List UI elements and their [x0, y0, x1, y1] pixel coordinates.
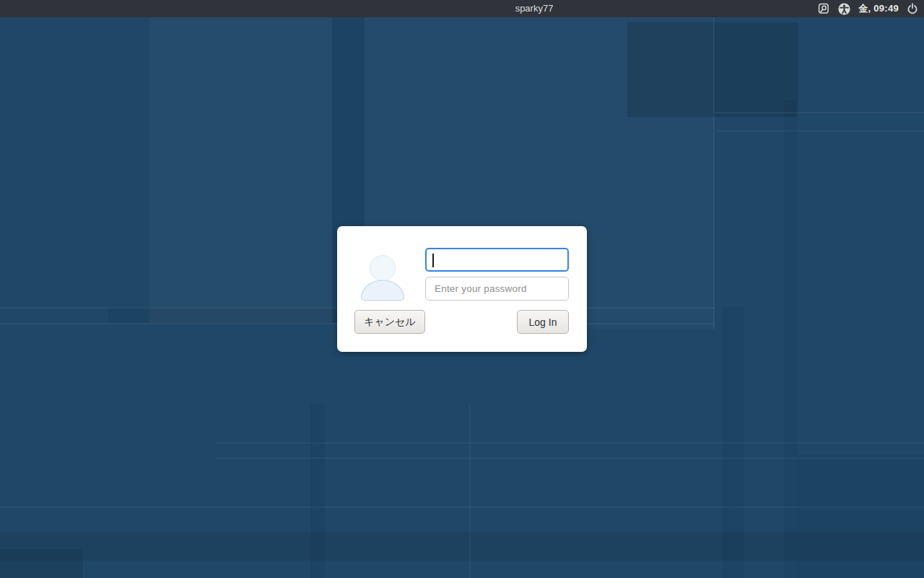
password-placeholder: Enter your password: [426, 283, 527, 294]
wallpaper-shape: [469, 405, 471, 578]
wallpaper-shape: [0, 549, 83, 578]
login-dialog: Enter your password キャンセル Log In: [337, 226, 587, 352]
wallpaper-shape: [627, 22, 798, 118]
cancel-button-label: キャンセル: [364, 316, 416, 329]
power-icon[interactable]: [907, 0, 918, 17]
top-bar: sparky77 金, 09:49: [0, 0, 924, 17]
hostname-label: sparky77: [515, 0, 554, 17]
user-avatar-icon: [359, 254, 406, 303]
clock-label[interactable]: 金, 09:49: [858, 0, 899, 17]
accessibility-icon[interactable]: [838, 0, 850, 17]
wallpaper-shape: [148, 17, 332, 323]
wallpaper-shape: [0, 532, 924, 561]
password-input[interactable]: Enter your password: [425, 277, 569, 301]
username-input[interactable]: [425, 248, 569, 272]
wallpaper-shape: [715, 112, 924, 113]
top-bar-status-area: 金, 09:49: [818, 0, 918, 17]
text-caret: [432, 254, 434, 267]
wallpaper-shape: [108, 307, 339, 323]
login-button[interactable]: Log In: [517, 310, 569, 334]
input-method-icon[interactable]: [818, 0, 830, 17]
wallpaper-shape: [217, 442, 924, 444]
wallpaper-shape: [722, 307, 744, 578]
wallpaper-shape: [715, 130, 924, 131]
login-button-label: Log In: [529, 316, 557, 328]
cancel-button[interactable]: キャンセル: [354, 310, 425, 334]
wallpaper-shape: [0, 506, 924, 508]
